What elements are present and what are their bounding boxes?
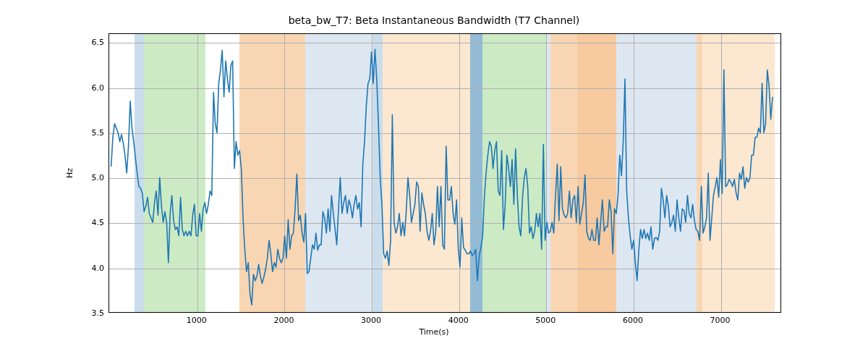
x-tick-label: 5000 (535, 316, 556, 325)
y-tick-label: 6.5 (75, 38, 104, 47)
series-line (111, 49, 773, 305)
y-tick-label: 5.5 (75, 127, 104, 137)
x-tick-label: 3000 (361, 316, 381, 325)
y-tick-label: 3.5 (75, 308, 104, 318)
x-tick-label: 6000 (623, 316, 643, 325)
x-axis-label: Time(s) (0, 327, 868, 337)
y-axis-label: Hz (65, 168, 75, 178)
y-tick-label: 5.0 (75, 173, 104, 182)
figure: beta_bw_T7: Beta Instantaneous Bandwidth… (0, 0, 868, 362)
y-tick-label: 4.0 (75, 263, 104, 272)
chart-title: beta_bw_T7: Beta Instantaneous Bandwidth… (0, 14, 868, 26)
y-tick-label: 6.0 (75, 83, 104, 92)
x-tick-label: 7000 (710, 316, 731, 325)
line-series (109, 34, 780, 312)
plot-area (109, 33, 781, 313)
x-tick-label: 4000 (448, 316, 469, 325)
y-tick-label: 4.5 (75, 218, 104, 227)
x-tick-label: 1000 (187, 316, 207, 325)
x-tick-label: 2000 (273, 316, 294, 325)
